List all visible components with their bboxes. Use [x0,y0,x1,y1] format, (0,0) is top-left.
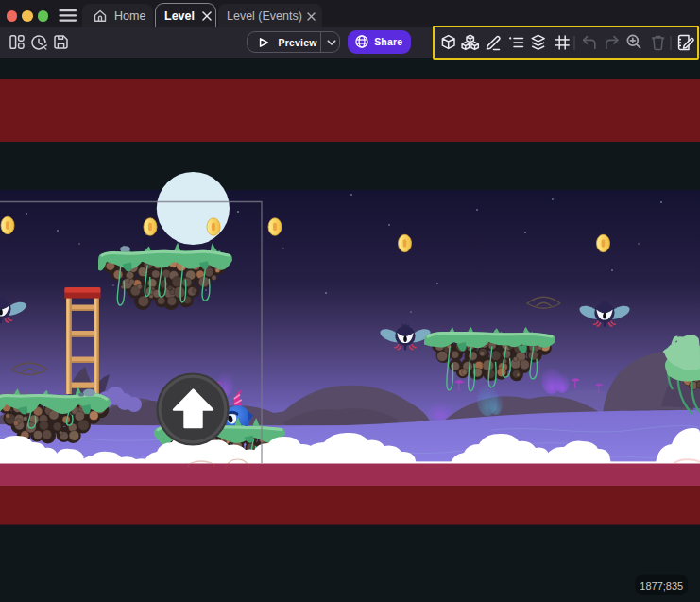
svg-text:1877;835: 1877;835 [640,580,683,592]
